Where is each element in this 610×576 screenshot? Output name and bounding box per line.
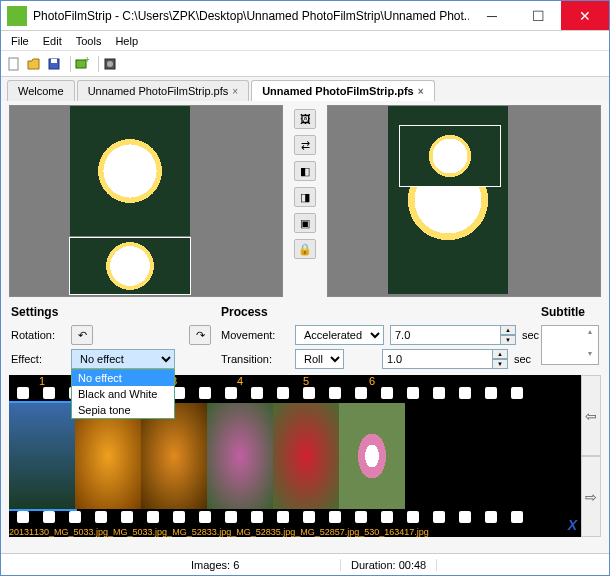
frame[interactable] (9, 403, 75, 509)
crop-region[interactable] (70, 238, 190, 294)
maximize-button[interactable]: ☐ (515, 1, 561, 30)
spin-up[interactable]: ▲ (492, 349, 508, 359)
app-icon (7, 6, 27, 26)
sec-label: sec (522, 329, 539, 341)
settings-heading: Settings (11, 305, 211, 319)
filenames: 20131130_MG_5033.jpg_MG_5033.jpg_MG_5283… (9, 527, 581, 537)
preview-button[interactable]: ▣ (294, 213, 316, 233)
close-icon[interactable]: × (418, 86, 424, 97)
preview-row: 🖼 ⇄ ◧ ◨ ▣ 🔒 (1, 101, 609, 301)
tool-column: 🖼 ⇄ ◧ ◨ ▣ 🔒 (291, 105, 319, 297)
effect-select[interactable]: No effect (71, 349, 175, 369)
subtitle-heading: Subtitle (541, 305, 599, 319)
effect-label: Effect: (11, 353, 65, 365)
sec-label: sec (514, 353, 531, 365)
frame[interactable] (339, 403, 405, 509)
render-button[interactable] (101, 55, 119, 73)
spin-up[interactable]: ▲ (500, 325, 516, 335)
minimize-button[interactable]: ─ (469, 1, 515, 30)
tab-welcome[interactable]: Welcome (7, 80, 75, 101)
tabbar: Welcome Unnamed PhotoFilmStrip.pfs× Unna… (1, 77, 609, 101)
auto-path-button[interactable]: 🖼 (294, 109, 316, 129)
svg-rect-0 (9, 58, 18, 70)
lock-button[interactable]: 🔒 (294, 239, 316, 259)
close-button[interactable]: ✕ (561, 1, 609, 30)
preview-right[interactable] (327, 105, 601, 297)
movement-label: Movement: (221, 329, 289, 341)
add-image-button[interactable]: + (73, 55, 91, 73)
svg-text:+: + (84, 57, 89, 65)
image-region[interactable] (70, 106, 190, 236)
window-title: PhotoFilmStrip - C:\Users\ZPK\Desktop\Un… (33, 1, 469, 30)
process-panel: Process Movement: Accelerated ▲▼ sec Tra… (221, 305, 531, 369)
menu-tools[interactable]: Tools (70, 33, 108, 49)
titlebar: PhotoFilmStrip - C:\Users\ZPK\Desktop\Un… (1, 1, 609, 31)
effect-option[interactable]: No effect (72, 370, 174, 386)
effect-option[interactable]: Black and White (72, 386, 174, 402)
frame[interactable] (207, 403, 273, 509)
adjust-right-button[interactable]: ◨ (294, 187, 316, 207)
menu-file[interactable]: File (5, 33, 35, 49)
frame[interactable] (273, 403, 339, 509)
toolbar-sep (65, 56, 71, 72)
spin-down[interactable]: ▼ (500, 335, 516, 345)
transition-select[interactable]: Roll (295, 349, 344, 369)
toolbar-sep (93, 56, 99, 72)
tab-project-1[interactable]: Unnamed PhotoFilmStrip.pfs× (77, 80, 249, 101)
open-button[interactable] (25, 55, 43, 73)
rotate-ccw-button[interactable]: ↶ (71, 325, 93, 345)
save-button[interactable] (45, 55, 63, 73)
tab-project-2[interactable]: Unnamed PhotoFilmStrip.pfs× (251, 80, 434, 101)
sprocket-holes (9, 511, 581, 525)
svg-point-6 (107, 61, 113, 67)
subtitle-panel: Subtitle ▴ ▾ (541, 305, 599, 369)
new-button[interactable] (5, 55, 23, 73)
scroll-right-button[interactable]: ⇨ (581, 456, 601, 537)
controls: Settings Rotation: ↶ ↷ Effect: No effect… (1, 301, 609, 371)
status-duration: Duration: 00:48 (341, 559, 437, 571)
subtitle-input[interactable]: ▴ ▾ (541, 325, 599, 365)
scroll-left-button[interactable]: ⇦ (581, 375, 601, 456)
statusbar: Images: 6 Duration: 00:48 (1, 553, 609, 575)
menu-edit[interactable]: Edit (37, 33, 68, 49)
main-area: 🖼 ⇄ ◧ ◨ ▣ 🔒 Settings Rotation: ↶ ↷ Effec… (1, 101, 609, 553)
clear-filmstrip-button[interactable]: X (568, 517, 577, 533)
menubar: File Edit Tools Help (1, 31, 609, 51)
rotate-cw-button[interactable]: ↷ (189, 325, 211, 345)
swap-button[interactable]: ⇄ (294, 135, 316, 155)
status-images: Images: 6 (181, 559, 341, 571)
spin-down[interactable]: ▼ (492, 359, 508, 369)
effect-option[interactable]: Sepia tone (72, 402, 174, 418)
scroll-down[interactable]: ▾ (583, 349, 597, 363)
crop-region[interactable] (400, 126, 500, 186)
transition-duration[interactable]: ▲▼ (382, 349, 508, 369)
frames (9, 403, 405, 509)
adjust-left-button[interactable]: ◧ (294, 161, 316, 181)
toolbar: + (1, 51, 609, 77)
preview-left[interactable] (9, 105, 283, 297)
transition-label: Transition: (221, 353, 289, 365)
movement-duration[interactable]: ▲▼ (390, 325, 516, 345)
rotation-label: Rotation: (11, 329, 65, 341)
movement-select[interactable]: Accelerated (295, 325, 384, 345)
close-icon[interactable]: × (232, 86, 238, 97)
scroll-up[interactable]: ▴ (583, 327, 597, 341)
settings-panel: Settings Rotation: ↶ ↷ Effect: No effect… (11, 305, 211, 369)
effect-dropdown: No effect Black and White Sepia tone (71, 369, 175, 419)
svg-rect-2 (51, 59, 57, 63)
menu-help[interactable]: Help (109, 33, 144, 49)
process-heading: Process (221, 305, 531, 319)
